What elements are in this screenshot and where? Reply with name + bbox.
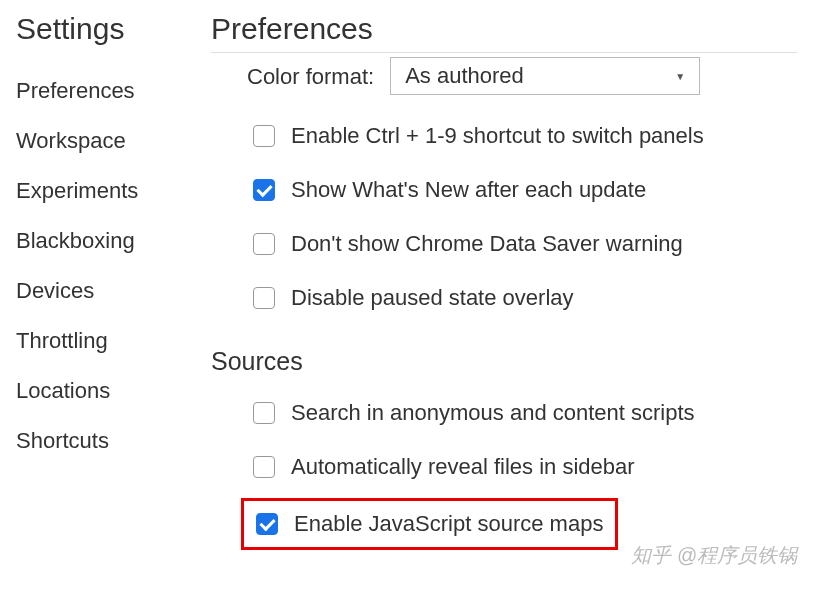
highlight-js-sourcemaps: Enable JavaScript source maps — [241, 498, 618, 550]
checkbox-label-datasaver[interactable]: Don't show Chrome Data Saver warning — [291, 231, 683, 257]
color-format-select[interactable]: As authored ▼ — [390, 57, 700, 95]
settings-title: Settings — [16, 12, 179, 46]
checkbox-jssourcemaps[interactable] — [256, 513, 278, 535]
page-title: Preferences — [211, 12, 797, 46]
color-format-label: Color format: — [247, 64, 374, 90]
preferences-content: Color format: As authored ▼ Enable Ctrl … — [211, 52, 797, 550]
color-format-row: Color format: As authored ▼ — [211, 53, 797, 109]
checkbox-datasaver[interactable] — [253, 233, 275, 255]
checkbox-label-autoreveal[interactable]: Automatically reveal files in sidebar — [291, 454, 635, 480]
checkbox-row-datasaver: Don't show Chrome Data Saver warning — [211, 217, 797, 271]
color-format-value: As authored — [405, 63, 524, 89]
chevron-down-icon: ▼ — [675, 71, 685, 82]
sidebar-item-devices[interactable]: Devices — [16, 266, 179, 316]
checkbox-label-anonsearch[interactable]: Search in anonymous and content scripts — [291, 400, 695, 426]
sources-section-header: Sources — [211, 325, 797, 386]
checkbox-anonsearch[interactable] — [253, 402, 275, 424]
checkbox-label-whatsnew[interactable]: Show What's New after each update — [291, 177, 646, 203]
sidebar-item-blackboxing[interactable]: Blackboxing — [16, 216, 179, 266]
checkbox-row-ctrl19: Enable Ctrl + 1-9 shortcut to switch pan… — [211, 109, 797, 163]
checkbox-ctrl19[interactable] — [253, 125, 275, 147]
checkbox-row-autoreveal: Automatically reveal files in sidebar — [211, 440, 797, 494]
checkbox-label-pausedoverlay[interactable]: Disable paused state overlay — [291, 285, 574, 311]
checkbox-row-whatsnew: Show What's New after each update — [211, 163, 797, 217]
checkbox-whatsnew[interactable] — [253, 179, 275, 201]
sidebar-item-throttling[interactable]: Throttling — [16, 316, 179, 366]
sidebar-item-workspace[interactable]: Workspace — [16, 116, 179, 166]
sidebar-item-preferences[interactable]: Preferences — [16, 66, 179, 116]
settings-sidebar: Settings Preferences Workspace Experimen… — [0, 0, 195, 589]
checkbox-label-jssourcemaps[interactable]: Enable JavaScript source maps — [294, 511, 603, 537]
checkbox-label-ctrl19[interactable]: Enable Ctrl + 1-9 shortcut to switch pan… — [291, 123, 704, 149]
sidebar-item-experiments[interactable]: Experiments — [16, 166, 179, 216]
checkbox-row-pausedoverlay: Disable paused state overlay — [211, 271, 797, 325]
checkbox-pausedoverlay[interactable] — [253, 287, 275, 309]
checkbox-row-anonsearch: Search in anonymous and content scripts — [211, 386, 797, 440]
sidebar-item-locations[interactable]: Locations — [16, 366, 179, 416]
main-panel: Preferences Color format: As authored ▼ … — [195, 0, 817, 589]
checkbox-autoreveal[interactable] — [253, 456, 275, 478]
sidebar-item-shortcuts[interactable]: Shortcuts — [16, 416, 179, 466]
